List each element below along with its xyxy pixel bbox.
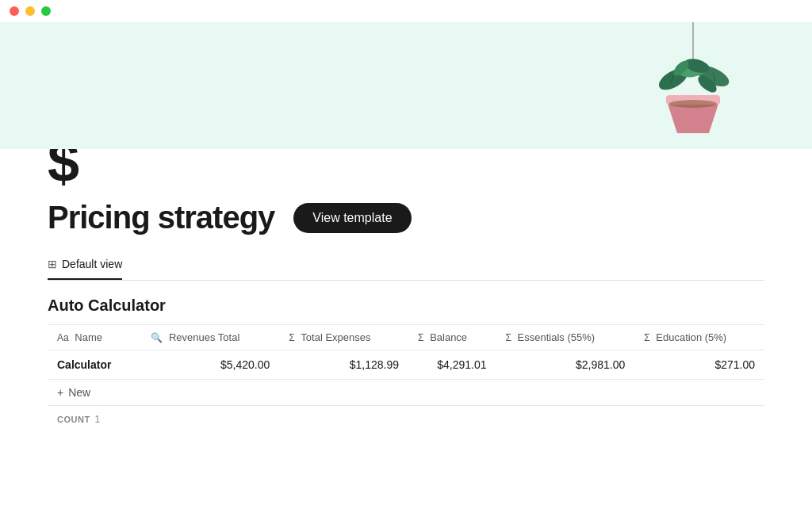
- col-label-education: Education (5%): [656, 331, 726, 343]
- col-header-balance[interactable]: Σ Balance: [408, 325, 496, 350]
- sigma-icon-expenses: Σ: [289, 332, 294, 343]
- page-title: Pricing strategy: [48, 200, 274, 235]
- cell-expenses: $1,128.99: [279, 350, 408, 380]
- cell-name: Calculator: [48, 350, 141, 380]
- sigma-icon-essentials: Σ: [505, 332, 511, 343]
- col-label-revenues: Revenues Total: [169, 331, 239, 343]
- table-header-row: Aa Name 🔍 Revenues Total Σ Total Expense…: [48, 325, 764, 350]
- database-table: Aa Name 🔍 Revenues Total Σ Total Expense…: [48, 324, 764, 380]
- sigma-icon-education: Σ: [644, 332, 649, 343]
- minimize-button[interactable]: [25, 6, 35, 16]
- col-label-essentials: Essentials (55%): [518, 331, 596, 343]
- title-bar: [0, 0, 812, 22]
- sigma-icon-balance: Σ: [418, 332, 423, 343]
- close-button[interactable]: [10, 6, 19, 16]
- col-label-balance: Balance: [430, 331, 467, 343]
- count-value: 1: [95, 414, 101, 425]
- col-label-expenses: Total Expenses: [301, 331, 370, 343]
- svg-marker-2: [668, 104, 718, 133]
- search-icon: 🔍: [151, 332, 163, 343]
- count-label: COUNT: [57, 415, 90, 424]
- tabs-row: ⊞ Default view: [48, 251, 764, 281]
- database-title: Auto Calculator: [48, 296, 764, 315]
- col-label-name: Name: [75, 331, 102, 343]
- tab-label: Default view: [62, 258, 122, 270]
- col-header-expenses[interactable]: Σ Total Expenses: [279, 325, 408, 350]
- cell-revenues: $5,420.00: [141, 350, 279, 380]
- col-header-revenues[interactable]: 🔍 Revenues Total: [141, 325, 279, 350]
- grid-icon: ⊞: [48, 258, 57, 270]
- tab-default-view[interactable]: ⊞ Default view: [48, 251, 122, 280]
- cell-essentials: $2,981.00: [496, 350, 634, 380]
- count-row: COUNT 1: [48, 406, 764, 433]
- col-header-essentials[interactable]: Σ Essentials (55%): [496, 325, 634, 350]
- col-header-education[interactable]: Σ Education (5%): [634, 325, 764, 350]
- plant-decoration: [638, 22, 749, 149]
- new-row-button[interactable]: + New: [48, 380, 764, 406]
- plus-icon: +: [57, 386, 63, 399]
- maximize-button[interactable]: [41, 6, 51, 16]
- text-icon: Aa: [57, 332, 69, 343]
- cell-education: $271.00: [634, 350, 764, 380]
- view-template-button[interactable]: View template: [293, 203, 411, 233]
- new-label: New: [68, 386, 90, 399]
- svg-point-4: [669, 100, 717, 108]
- header-banner: [0, 22, 812, 149]
- cell-balance: $4,291.01: [408, 350, 496, 380]
- table-row[interactable]: Calculator $5,420.00 $1,128.99 $4,291.01…: [48, 350, 764, 380]
- col-header-name[interactable]: Aa Name: [48, 325, 141, 350]
- title-row: Pricing strategy View template: [48, 200, 764, 235]
- page-content: $ Pricing strategy View template ⊞ Defau…: [0, 133, 812, 457]
